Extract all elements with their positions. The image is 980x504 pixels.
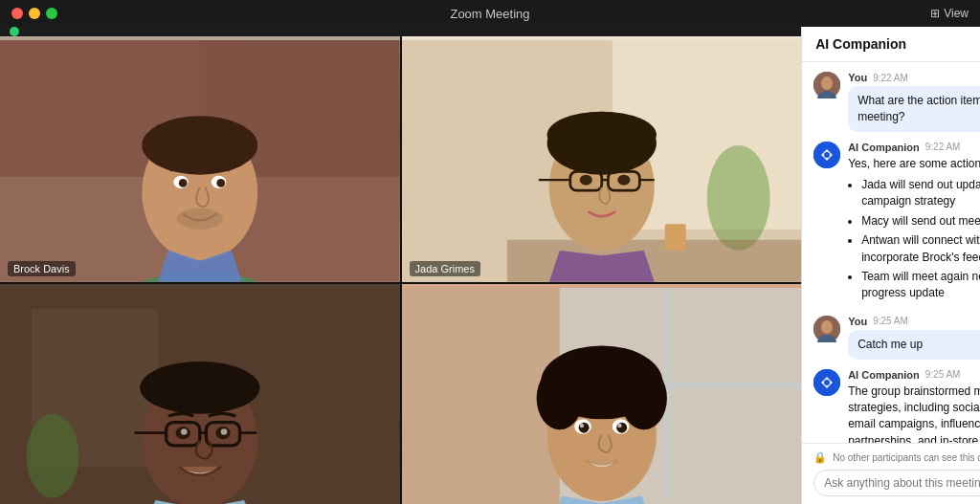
- svg-point-44: [181, 428, 188, 435]
- lock-icon: 🔒: [813, 451, 827, 464]
- message-2-content: AI Companion 9:22 AM Yes, here are some …: [848, 142, 980, 306]
- video-tile-brock[interactable]: Brock Davis: [0, 36, 400, 282]
- svg-point-61: [616, 422, 627, 432]
- jada-avatar: [402, 36, 802, 282]
- ai-input-area[interactable]: ▶: [813, 470, 980, 496]
- ai-companion-panel: AI Companion ⤢ ✕ You: [801, 27, 980, 504]
- svg-point-11: [177, 208, 223, 230]
- message-1: You 9:22 AM What are the action items af…: [813, 72, 980, 132]
- svg-point-6: [142, 116, 257, 175]
- maximize-button[interactable]: [46, 8, 57, 19]
- video-grid: Brock Davis: [0, 36, 801, 504]
- svg-point-28: [579, 175, 591, 186]
- message-1-content: You 9:22 AM What are the action items af…: [848, 72, 980, 132]
- window-title: Zoom Meeting: [450, 7, 529, 21]
- svg-rect-17: [664, 224, 685, 250]
- message-1-meta: You 9:22 AM: [848, 72, 980, 83]
- ai-panel-header: AI Companion ⤢ ✕: [802, 27, 980, 62]
- svg-point-22: [546, 112, 656, 158]
- svg-point-65: [821, 77, 833, 90]
- video-tile-macy[interactable]: 🎤 Macy Halloway: [402, 284, 802, 504]
- svg-point-46: [140, 362, 259, 414]
- ai-panel-footer: 🔒 No other participants can see this con…: [802, 443, 980, 504]
- svg-point-63: [617, 424, 621, 427]
- svg-point-15: [706, 145, 769, 251]
- titlebar: Zoom Meeting ⊞ View: [0, 0, 980, 27]
- user-avatar-img: [813, 72, 840, 99]
- message-3: You 9:25 AM Catch me up: [813, 316, 980, 360]
- ai-response-2: The group brainstormed marketing strateg…: [848, 383, 980, 443]
- svg-point-62: [579, 424, 583, 427]
- antwan-avatar: [0, 284, 400, 504]
- ai-avatar-img: [813, 142, 840, 168]
- user-avatar-2: [813, 316, 840, 342]
- ai-avatar-1: [813, 142, 840, 168]
- brock-label: Brock Davis: [8, 261, 76, 276]
- svg-point-45: [221, 428, 228, 435]
- message-1-bubble: What are the action items after the meet…: [848, 86, 980, 132]
- main-content: Brock Davis: [0, 27, 980, 504]
- svg-point-10: [216, 179, 225, 187]
- zoom-controls-bar: [0, 27, 801, 36]
- brock-avatar: [0, 36, 400, 282]
- message-2-meta: AI Companion 9:22 AM: [848, 142, 980, 153]
- ai-avatar-2: [813, 369, 840, 396]
- message-3-meta: You 9:25 AM: [848, 316, 980, 327]
- ai-response-1: Yes, here are some action items: Jada wi…: [848, 156, 980, 302]
- message-4: AI Companion 9:25 AM The group brainstor…: [813, 369, 980, 443]
- message-4-meta: AI Companion 9:25 AM: [848, 369, 980, 381]
- message-4-bubble: The group brainstormed marketing strateg…: [848, 383, 980, 443]
- message-2: AI Companion 9:22 AM Yes, here are some …: [813, 142, 980, 306]
- ai-input-field[interactable]: [824, 476, 980, 490]
- video-tile-antwan[interactable]: Antwan Cannon: [0, 284, 400, 504]
- video-section: Brock Davis: [0, 27, 801, 504]
- jada-label: Jada Grimes: [410, 261, 480, 276]
- macy-avatar: [402, 284, 802, 504]
- minimize-button[interactable]: [29, 8, 40, 19]
- svg-point-68: [824, 152, 830, 158]
- svg-point-73: [824, 380, 830, 385]
- ai-messages-list: You 9:22 AM What are the action items af…: [802, 62, 980, 443]
- svg-point-60: [578, 422, 589, 432]
- ai-panel-title: AI Companion: [815, 36, 906, 52]
- view-button[interactable]: ⊞ View: [930, 7, 969, 20]
- privacy-notice: 🔒 No other participants can see this con…: [813, 451, 980, 464]
- ai-avatar-img-3: [813, 369, 840, 396]
- video-tile-jada[interactable]: Jada Grimes: [402, 36, 802, 282]
- grid-icon: ⊞: [930, 7, 940, 20]
- svg-point-70: [821, 320, 833, 334]
- svg-point-9: [179, 179, 188, 187]
- action-items-list: Jada will send out updated marketing cam…: [848, 177, 980, 302]
- user-avatar-1: [813, 72, 840, 99]
- svg-point-29: [617, 175, 630, 186]
- message-4-content: AI Companion 9:25 AM The group brainstor…: [848, 369, 980, 443]
- brock-name: Brock Davis: [13, 263, 70, 274]
- close-button[interactable]: [11, 8, 23, 19]
- message-3-bubble: Catch me up: [848, 330, 980, 360]
- window-controls[interactable]: [11, 8, 57, 19]
- recording-indicator: [10, 27, 19, 36]
- svg-point-57: [548, 348, 654, 390]
- message-3-content: You 9:25 AM Catch me up: [848, 316, 980, 360]
- svg-point-33: [26, 414, 78, 498]
- svg-rect-16: [506, 240, 801, 282]
- message-2-bubble: Yes, here are some action items: Jada wi…: [848, 156, 980, 302]
- jada-name: Jada Grimes: [415, 263, 475, 274]
- user-avatar-img-2: [813, 316, 840, 342]
